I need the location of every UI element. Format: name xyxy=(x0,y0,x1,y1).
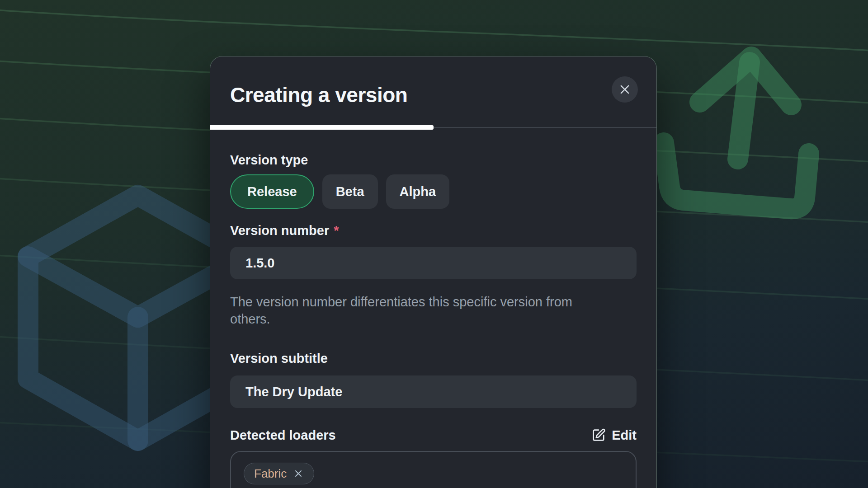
version-number-help: The version number differentiates this s… xyxy=(230,293,614,328)
version-subtitle-input[interactable] xyxy=(230,375,637,408)
edit-loaders-button[interactable]: Edit xyxy=(591,428,637,443)
required-asterisk: * xyxy=(334,223,339,238)
close-button[interactable] xyxy=(612,76,638,103)
version-type-options: Release Beta Alpha xyxy=(230,174,637,209)
progress-bar xyxy=(210,125,656,130)
version-type-label: Version type xyxy=(230,152,637,168)
modal-body: Version type Release Beta Alpha Version … xyxy=(210,152,656,488)
version-number-input[interactable] xyxy=(230,247,637,279)
modal-title: Creating a version xyxy=(230,84,407,125)
loader-chip-remove-button[interactable] xyxy=(293,468,304,479)
version-type-option-beta[interactable]: Beta xyxy=(322,174,378,209)
detected-loaders-label: Detected loaders xyxy=(230,427,336,443)
version-type-option-release[interactable]: Release xyxy=(230,174,314,209)
create-version-modal: Creating a version Version type Release … xyxy=(210,56,657,488)
version-number-label-text: Version number xyxy=(230,223,329,238)
loader-chip-fabric: Fabric xyxy=(244,463,314,484)
x-icon xyxy=(293,468,304,479)
edit-label: Edit xyxy=(612,428,637,443)
upload-arrow-decoration xyxy=(664,57,809,209)
version-number-label: Version number * xyxy=(230,223,637,238)
loader-chip-label: Fabric xyxy=(254,467,287,481)
version-subtitle-label: Version subtitle xyxy=(230,351,637,366)
detected-loaders-box: Fabric xyxy=(230,451,637,488)
progress-bar-fill xyxy=(210,125,434,130)
edit-pencil-icon xyxy=(591,428,606,442)
detected-loaders-row: Detected loaders Edit xyxy=(230,427,637,443)
screen: Creating a version Version type Release … xyxy=(0,0,868,488)
close-icon xyxy=(618,83,631,96)
version-type-option-alpha[interactable]: Alpha xyxy=(386,174,450,209)
modal-header: Creating a version xyxy=(210,56,656,125)
